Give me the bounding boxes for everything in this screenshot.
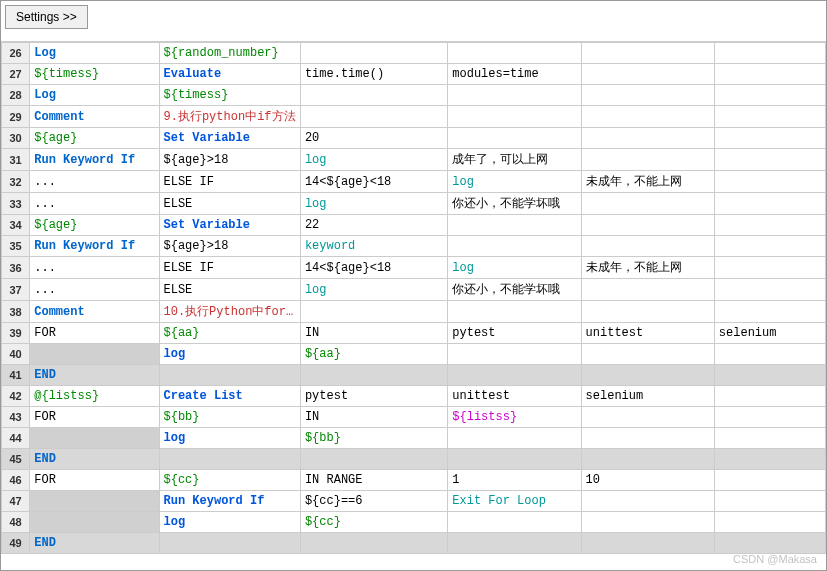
grid-cell[interactable]: END (30, 449, 159, 470)
grid-cell[interactable] (300, 43, 447, 64)
grid-cell[interactable] (714, 64, 825, 85)
grid-cell[interactable]: selenium (714, 323, 825, 344)
table-row[interactable]: 49END (2, 533, 826, 554)
grid-cell[interactable]: ${aa} (300, 344, 447, 365)
grid-cell[interactable]: ${age} (30, 128, 159, 149)
grid-cell[interactable] (581, 279, 714, 301)
grid-cell[interactable] (448, 43, 581, 64)
grid-cell[interactable] (159, 449, 300, 470)
grid-cell[interactable]: END (30, 533, 159, 554)
grid-cell[interactable] (714, 171, 825, 193)
grid-cell[interactable]: ${listss} (448, 407, 581, 428)
settings-button[interactable]: Settings >> (5, 5, 88, 29)
table-row[interactable]: 41END (2, 365, 826, 386)
table-row[interactable]: 35Run Keyword If${age}>18keyword (2, 236, 826, 257)
grid-cell[interactable]: modules=time (448, 64, 581, 85)
grid-cell[interactable] (448, 533, 581, 554)
grid-cell[interactable] (448, 215, 581, 236)
grid-cell[interactable] (159, 533, 300, 554)
grid-cell[interactable]: ${timess} (30, 64, 159, 85)
grid-cell[interactable] (581, 193, 714, 215)
grid-cell[interactable]: log (448, 257, 581, 279)
table-row[interactable]: 30${age}Set Variable20 (2, 128, 826, 149)
grid-cell[interactable]: IN RANGE (300, 470, 447, 491)
grid-cell[interactable] (448, 344, 581, 365)
table-row[interactable]: 45END (2, 449, 826, 470)
grid-cell[interactable]: log (159, 512, 300, 533)
grid-cell[interactable]: ${cc} (300, 512, 447, 533)
grid-cell[interactable] (448, 449, 581, 470)
table-row[interactable]: 46FOR${cc}IN RANGE110 (2, 470, 826, 491)
grid-cell[interactable] (581, 43, 714, 64)
grid-cell[interactable]: Log (30, 43, 159, 64)
grid-cell[interactable]: 20 (300, 128, 447, 149)
grid-cell[interactable]: log (300, 149, 447, 171)
grid-cell[interactable]: Run Keyword If (30, 149, 159, 171)
grid-cell[interactable]: 10 (581, 470, 714, 491)
grid-cell[interactable]: ... (30, 279, 159, 301)
table-row[interactable]: 27${timess}Evaluatetime.time()modules=ti… (2, 64, 826, 85)
grid-cell[interactable]: Run Keyword If (30, 236, 159, 257)
table-row[interactable]: 31Run Keyword If${age}>18log成年了，可以上网 (2, 149, 826, 171)
grid-cell[interactable] (448, 512, 581, 533)
grid-cell[interactable]: ${bb} (159, 407, 300, 428)
grid-cell[interactable]: Evaluate (159, 64, 300, 85)
grid-cell[interactable] (300, 301, 447, 323)
table-row[interactable]: 44log${bb} (2, 428, 826, 449)
grid-cell[interactable] (300, 365, 447, 386)
grid-cell[interactable] (581, 491, 714, 512)
grid-cell[interactable] (714, 279, 825, 301)
grid-cell[interactable] (30, 428, 159, 449)
grid-cell[interactable] (581, 512, 714, 533)
grid-cell[interactable]: IN (300, 407, 447, 428)
table-row[interactable]: 40log${aa} (2, 344, 826, 365)
table-row[interactable]: 32...ELSE IF14<${age}<18log未成年，不能上网 (2, 171, 826, 193)
grid-cell[interactable]: Run Keyword If (159, 491, 300, 512)
grid-cell[interactable] (30, 491, 159, 512)
grid-cell[interactable] (581, 365, 714, 386)
grid-cell[interactable] (714, 236, 825, 257)
grid-cell[interactable] (714, 449, 825, 470)
grid-cell[interactable] (300, 85, 447, 106)
grid-cell[interactable] (714, 365, 825, 386)
grid-cell[interactable] (448, 428, 581, 449)
grid-cell[interactable]: 你还小，不能学坏哦 (448, 279, 581, 301)
grid-cell[interactable]: 成年了，可以上网 (448, 149, 581, 171)
grid-cell[interactable] (159, 365, 300, 386)
grid-cell[interactable] (581, 428, 714, 449)
table-row[interactable]: 28Log${timess} (2, 85, 826, 106)
grid-cell[interactable] (714, 470, 825, 491)
grid-cell[interactable]: selenium (581, 386, 714, 407)
table-row[interactable]: 36...ELSE IF14<${age}<18log未成年，不能上网 (2, 257, 826, 279)
grid-cell[interactable] (448, 106, 581, 128)
grid-cell[interactable] (448, 301, 581, 323)
grid-cell[interactable] (581, 236, 714, 257)
grid-cell[interactable] (714, 491, 825, 512)
grid-cell[interactable]: ... (30, 171, 159, 193)
grid-cell[interactable]: ${cc} (159, 470, 300, 491)
grid-cell[interactable] (714, 85, 825, 106)
table-row[interactable]: 29Comment9.执行python中if方法 (2, 106, 826, 128)
grid-cell[interactable]: Exit For Loop (448, 491, 581, 512)
grid-cell[interactable] (714, 407, 825, 428)
grid-cell[interactable]: log (300, 193, 447, 215)
grid-cell[interactable]: FOR (30, 407, 159, 428)
grid-cell[interactable]: ${aa} (159, 323, 300, 344)
grid-cell[interactable]: Create List (159, 386, 300, 407)
grid-cell[interactable]: ... (30, 193, 159, 215)
grid-cell[interactable]: log (448, 171, 581, 193)
grid-cell[interactable]: ... (30, 257, 159, 279)
grid-cell[interactable] (448, 85, 581, 106)
grid-cell[interactable]: unittest (448, 386, 581, 407)
grid-cell[interactable]: Log (30, 85, 159, 106)
grid-cell[interactable] (714, 128, 825, 149)
grid-cell[interactable] (714, 193, 825, 215)
grid-cell[interactable]: unittest (581, 323, 714, 344)
grid-cell[interactable]: Comment (30, 301, 159, 323)
grid-cell[interactable]: ${cc}==6 (300, 491, 447, 512)
grid-cell[interactable]: ${age} (30, 215, 159, 236)
grid-cell[interactable]: ELSE (159, 279, 300, 301)
grid-cell[interactable]: 1 (448, 470, 581, 491)
grid-cell[interactable] (581, 106, 714, 128)
grid-cell[interactable] (300, 449, 447, 470)
